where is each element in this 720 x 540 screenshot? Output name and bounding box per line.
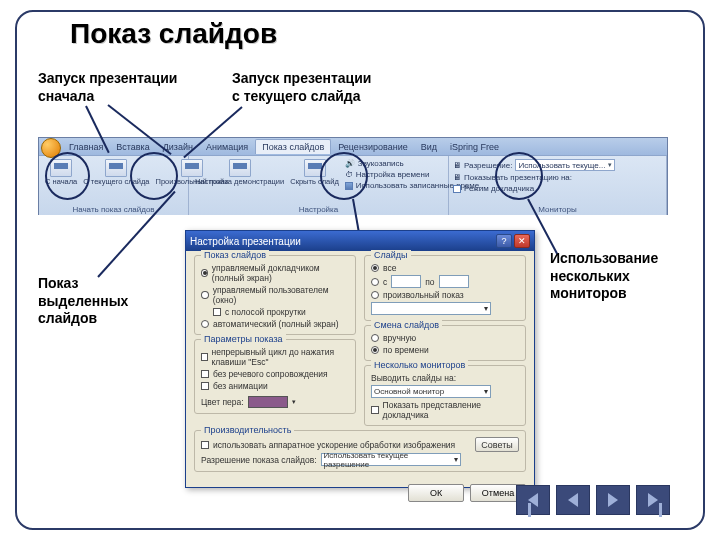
ribbon-tabs: Главная Вставка Дизайн Анимация Показ сл…	[39, 138, 667, 156]
chk-no-narration[interactable]: без речевого сопровождения	[201, 368, 349, 380]
tab-slideshow[interactable]: Показ слайдов	[255, 139, 331, 154]
chk-presenter[interactable]: Показать представление докладчика	[371, 399, 519, 421]
tab-view[interactable]: Вид	[415, 140, 443, 154]
page-title: Показ слайдов	[70, 18, 277, 50]
btn-from-begin[interactable]: С начала	[43, 158, 79, 187]
fs-performance: Производительность использовать аппаратн…	[194, 430, 526, 472]
monitor-play-icon	[50, 159, 72, 177]
prev-icon	[568, 493, 578, 507]
nav-first-button[interactable]	[516, 485, 550, 515]
group-start: С начала С текущего слайда Произвольный …	[39, 156, 189, 215]
office-button[interactable]	[41, 138, 61, 158]
next-icon	[608, 493, 618, 507]
nav-prev-button[interactable]	[556, 485, 590, 515]
fs-params: Параметры показа непрерывный цикл до наж…	[194, 339, 356, 414]
tab-insert[interactable]: Вставка	[110, 140, 155, 154]
radio-browsed[interactable]: управляемый пользователем (окно)	[201, 284, 349, 306]
combo-monitor[interactable]: Основной монитор▾	[371, 385, 491, 398]
btn-hide-slide[interactable]: Скрыть слайд	[288, 158, 341, 191]
tab-review[interactable]: Рецензирование	[332, 140, 414, 154]
chk-hw-accel[interactable]: использовать аппаратное ускорение обрабо…	[201, 439, 455, 451]
chk-no-anim[interactable]: без анимации	[201, 380, 349, 392]
fs-slides: Слайды все с по произвольный показ ▾	[364, 255, 526, 321]
group-setup: Настройка демонстрации Скрыть слайд 🔊Зву…	[189, 156, 449, 215]
from-spinner[interactable]	[391, 275, 421, 288]
checkbox-icon	[453, 185, 461, 193]
radio-custom[interactable]: произвольный показ	[371, 289, 519, 301]
fs-show-type: Показ слайдов управляемый докладчиком (п…	[194, 255, 356, 335]
pen-color-picker[interactable]	[248, 396, 288, 408]
chk-loop[interactable]: непрерывный цикл до нажатия клавиши "Esc…	[201, 346, 349, 368]
dialog-close-button[interactable]: ✕	[514, 234, 530, 248]
tab-home[interactable]: Главная	[63, 140, 109, 154]
combo-custom-show[interactable]: ▾	[371, 302, 491, 315]
dialog-help-button[interactable]: ?	[496, 234, 512, 248]
radio-manual[interactable]: вручную	[371, 332, 519, 344]
ribbon-body: С начала С текущего слайда Произвольный …	[39, 156, 667, 215]
setup-show-dialog: Настройка презентации ? ✕ Показ слайдов …	[185, 230, 535, 488]
hide-slide-icon	[304, 159, 326, 177]
label-monitors: Использование нескольких мониторов	[550, 250, 658, 303]
chk-presenter-view[interactable]: Режим докладчика	[453, 183, 662, 194]
nav-last-button[interactable]	[636, 485, 670, 515]
group-monitors: 🖥Разрешение: Использовать текуще...▾ 🖥По…	[449, 156, 667, 215]
combo-show-res[interactable]: Использовать текущее разрешение▾	[321, 453, 461, 466]
nav-arrows	[516, 485, 670, 515]
radio-all-slides[interactable]: все	[371, 262, 519, 274]
chk-scrollbar[interactable]: с полосой прокрутки	[201, 306, 349, 318]
fs-monitors: Несколько мониторов Выводить слайды на: …	[364, 365, 526, 426]
tab-design[interactable]: Дизайн	[157, 140, 199, 154]
tab-ispring[interactable]: iSpring Free	[444, 140, 505, 154]
label-from-current: Запуск презентации с текущего слайда	[232, 70, 371, 105]
label-custom-show: Показ выделенных слайдов	[38, 275, 128, 328]
ok-button[interactable]: ОК	[408, 484, 464, 502]
nav-next-button[interactable]	[596, 485, 630, 515]
monitor-current-icon	[105, 159, 127, 177]
dialog-titlebar: Настройка презентации ? ✕	[186, 231, 534, 251]
radio-kiosk[interactable]: автоматический (полный экран)	[201, 318, 349, 330]
ribbon: Главная Вставка Дизайн Анимация Показ сл…	[38, 137, 668, 215]
fs-advance: Смена слайдов вручную по времени	[364, 325, 526, 361]
tips-button[interactable]: Советы	[475, 437, 519, 452]
btn-setup[interactable]: Настройка демонстрации	[193, 158, 286, 191]
radio-speaker[interactable]: управляемый докладчиком (полный экран)	[201, 262, 349, 284]
radio-timings[interactable]: по времени	[371, 344, 519, 356]
tab-animation[interactable]: Анимация	[200, 140, 254, 154]
setup-icon	[229, 159, 251, 177]
btn-from-current[interactable]: С текущего слайда	[81, 158, 151, 187]
radio-range[interactable]: с по	[371, 274, 519, 289]
checkbox-icon	[345, 182, 353, 190]
label-from-begin: Запуск презентации сначала	[38, 70, 177, 105]
dialog-title: Настройка презентации	[190, 236, 301, 247]
to-spinner[interactable]	[439, 275, 469, 288]
combo-resolution[interactable]: Использовать текуще...▾	[515, 159, 615, 171]
